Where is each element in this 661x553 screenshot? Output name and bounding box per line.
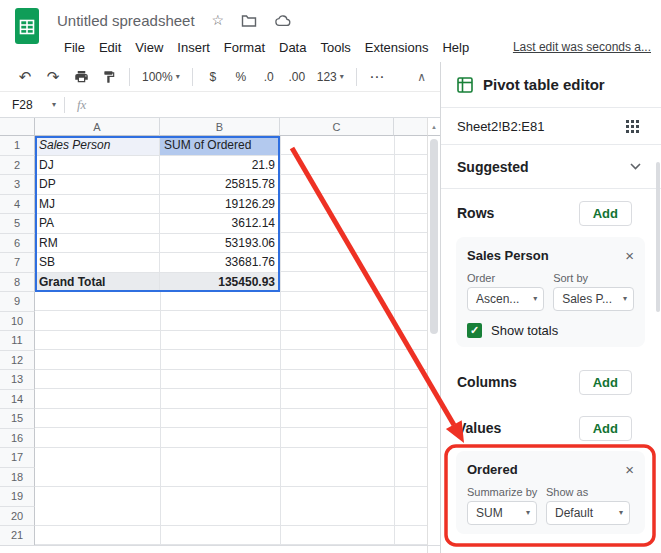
menu-view[interactable]: View [128, 37, 170, 58]
menu-help[interactable]: Help [435, 37, 476, 58]
pivot-row-value-PA[interactable]: 3612.14 [160, 214, 280, 234]
star-icon[interactable]: ☆ [212, 13, 225, 27]
menu-edit[interactable]: Edit [92, 37, 128, 58]
paint-format-button[interactable] [96, 65, 122, 89]
cells-area[interactable]: Sales PersonSUM of OrderedDJ21.9DP25815.… [35, 136, 427, 545]
pivot-row-value-DP[interactable]: 25815.78 [160, 175, 280, 195]
show-totals-label: Show totals [491, 323, 558, 338]
print-button[interactable] [68, 65, 94, 89]
pivot-grand-total-value[interactable]: 135450.93 [160, 273, 280, 293]
order-dropdown[interactable]: Ascen...▾ [467, 287, 544, 311]
redo-button[interactable]: ↷ [40, 65, 66, 89]
row-header-11[interactable]: 11 [0, 331, 35, 351]
sort-by-dropdown[interactable]: Sales P...▾ [553, 287, 634, 311]
undo-button[interactable]: ↶ [12, 65, 38, 89]
menu-extensions[interactable]: Extensions [358, 37, 436, 58]
pivot-row-value-RM[interactable]: 53193.06 [160, 234, 280, 254]
decrease-decimal-button[interactable]: .0 [256, 65, 282, 89]
pivot-grand-total-label[interactable]: Grand Total [35, 273, 160, 293]
row-header-19[interactable]: 19 [0, 487, 35, 507]
show-totals-checkbox[interactable]: ✓ [467, 323, 482, 338]
row-header-7[interactable]: 7 [0, 253, 35, 273]
pivot-row-label-PA[interactable]: PA [35, 214, 160, 234]
row-header-5[interactable]: 5 [0, 214, 35, 234]
suggested-section-toggle[interactable]: Suggested [441, 145, 661, 189]
vertical-scrollbar[interactable] [427, 136, 440, 545]
show-as-dropdown[interactable]: Default▾ [546, 501, 630, 525]
chevron-down-icon: ▾ [533, 295, 537, 303]
menu-format[interactable]: Format [217, 37, 272, 58]
column-header-D[interactable]: D [394, 118, 427, 136]
vertical-scrollbar-thumb[interactable] [430, 139, 438, 334]
close-icon[interactable]: × [625, 462, 634, 477]
column-header-A[interactable]: A [35, 118, 160, 136]
pivot-row-label-SB[interactable]: SB [35, 253, 160, 273]
row-header-2[interactable]: 2 [0, 156, 35, 176]
pivot-row-label-RM[interactable]: RM [35, 234, 160, 254]
select-data-range-icon[interactable] [626, 120, 639, 133]
formula-input[interactable] [96, 92, 440, 117]
pivot-header-sum-of-ordered[interactable]: SUM of Ordered [160, 136, 280, 156]
row-header-21[interactable]: 21 [0, 526, 35, 545]
columns-add-button[interactable]: Add [579, 370, 632, 395]
summarize-by-value: SUM [476, 506, 503, 520]
hide-toolbar-button[interactable]: ∧ [417, 70, 426, 84]
horizontal-scrollbar[interactable] [0, 545, 440, 553]
select-all-corner[interactable] [0, 118, 35, 136]
pivot-data-range: Sheet2!B2:E81 [457, 119, 544, 134]
format-currency-button[interactable]: $ [200, 65, 226, 89]
column-header-C[interactable]: C [280, 118, 394, 136]
pivot-row-label-DP[interactable]: DP [35, 175, 160, 195]
column-header-B[interactable]: B [160, 118, 280, 136]
move-folder-icon[interactable] [241, 14, 257, 27]
row-header-4[interactable]: 4 [0, 195, 35, 215]
row-header-17[interactable]: 17 [0, 448, 35, 468]
pivot-row-value-SB[interactable]: 33681.76 [160, 253, 280, 273]
grid: ABCD ▲ 123456789101112131415161718192021… [0, 118, 440, 553]
sheets-logo-icon[interactable] [13, 7, 41, 45]
increase-decimal-button[interactable]: .00 [284, 65, 310, 89]
row-header-14[interactable]: 14 [0, 390, 35, 410]
scrollbar-corner [427, 546, 440, 553]
row-header-20[interactable]: 20 [0, 507, 35, 527]
last-edit-link[interactable]: Last edit was seconds a... [513, 40, 651, 54]
rows-add-button[interactable]: Add [579, 201, 632, 226]
row-header-15[interactable]: 15 [0, 409, 35, 429]
row-header-16[interactable]: 16 [0, 429, 35, 449]
row-header-13[interactable]: 13 [0, 370, 35, 390]
row-header-6[interactable]: 6 [0, 234, 35, 254]
close-icon[interactable]: × [625, 248, 634, 263]
menu-file[interactable]: File [57, 37, 92, 58]
zoom-selector[interactable]: 100%▾ [137, 65, 185, 89]
zoom-value: 100% [142, 70, 173, 84]
row-header-10[interactable]: 10 [0, 312, 35, 332]
document-title[interactable]: Untitled spreadsheet [57, 12, 195, 29]
cloud-status-icon[interactable] [274, 14, 291, 27]
name-box-value: F28 [12, 98, 33, 112]
row-header-3[interactable]: 3 [0, 175, 35, 195]
pivot-row-value-MJ[interactable]: 19126.29 [160, 195, 280, 215]
panel-scrollbar-thumb[interactable] [656, 162, 660, 312]
number-format-button[interactable]: 123▾ [312, 65, 349, 89]
menu-tools[interactable]: Tools [313, 37, 357, 58]
values-add-button[interactable]: Add [579, 416, 632, 441]
pivot-row-label-MJ[interactable]: MJ [35, 195, 160, 215]
scroll-up-button[interactable]: ▲ [427, 118, 440, 136]
more-toolbar-button[interactable]: ⋯ [364, 65, 390, 89]
summarize-by-dropdown[interactable]: SUM▾ [467, 501, 537, 525]
name-box[interactable]: F28▾ [0, 98, 64, 112]
menu-insert[interactable]: Insert [170, 37, 217, 58]
row-header-1[interactable]: 1 [0, 136, 35, 156]
pivot-row-label-DJ[interactable]: DJ [35, 156, 160, 176]
data-range-row: Sheet2!B2:E81 [441, 108, 661, 145]
pivot-row-value-DJ[interactable]: 21.9 [160, 156, 280, 176]
row-header-12[interactable]: 12 [0, 351, 35, 371]
format-percent-button[interactable]: % [228, 65, 254, 89]
sort-by-value: Sales P... [562, 292, 612, 306]
row-header-18[interactable]: 18 [0, 468, 35, 488]
summarize-by-label: Summarize by [467, 486, 537, 498]
pivot-header-sales-person[interactable]: Sales Person [35, 136, 160, 156]
menu-data[interactable]: Data [272, 37, 313, 58]
row-header-9[interactable]: 9 [0, 292, 35, 312]
row-header-8[interactable]: 8 [0, 273, 35, 293]
